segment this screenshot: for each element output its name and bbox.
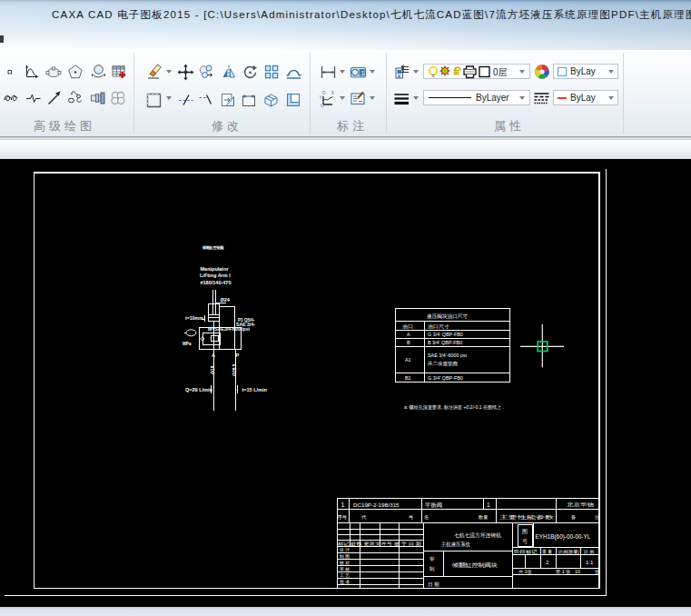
svg-text:1:1: 1:1 (586, 560, 594, 565)
svg-text:Manipulator: Manipulator (201, 266, 230, 272)
svg-text:审 核: 审 核 (340, 566, 350, 571)
svg-text:DC19P-2-19B/315: DC19P-2-19B/315 (353, 502, 400, 508)
svg-text:2: 2 (546, 560, 549, 565)
svg-text:#180/140-470: #180/140-470 (201, 280, 232, 285)
svg-text:张: 张 (595, 569, 600, 575)
svg-text:SAE 3/4'-6000 psi: SAE 3/4'-6000 psi (428, 353, 467, 358)
svg-text:共 1张: 共 1张 (518, 569, 533, 575)
svg-text:号: 号 (409, 514, 413, 520)
svg-text:1: 1 (487, 502, 490, 508)
svg-text:G 3/4' QBP-FB0: G 3/4' QBP-FB0 (428, 375, 463, 381)
svg-text:M=SAE3/4-6000psi: M=SAE3/4-6000psi (208, 326, 251, 332)
svg-text:B1: B1 (405, 375, 411, 381)
svg-text:LiFting Arm I: LiFting Arm I (200, 273, 231, 278)
svg-text:A: A (212, 353, 215, 358)
svg-text:主机液压系统: 主机液压系统 (441, 541, 470, 548)
svg-text:共二块需垫圈: 共二块需垫圈 (428, 361, 458, 367)
svg-text:重 量: 重 量 (542, 549, 552, 554)
svg-text:代: 代 (361, 514, 367, 520)
svg-text:备: 备 (571, 514, 576, 521)
svg-text:油口: 油口 (402, 323, 413, 330)
svg-text:P: P (236, 353, 240, 358)
svg-text:Q=29 L/min: Q=29 L/min (185, 387, 212, 392)
svg-text:Ø24: Ø24 (221, 297, 231, 303)
svg-text:MPa: MPa (183, 342, 192, 346)
svg-text:序号: 序号 (337, 514, 347, 520)
svg-text:A: A (407, 332, 410, 337)
svg-text:制: 制 (429, 566, 435, 571)
svg-text:日 期: 日 期 (428, 581, 439, 588)
svg-text:t=10mm: t=10mm (185, 315, 203, 321)
svg-text:审: 审 (429, 556, 435, 561)
svg-text:号: 号 (522, 539, 528, 544)
svg-text:1: 1 (341, 502, 345, 508)
svg-text:10: 10 (575, 569, 580, 574)
svg-text:B 3/4' QBP-FB0: B 3/4' QBP-FB0 (428, 340, 462, 345)
svg-text:北京华德: 北京华德 (566, 502, 596, 508)
svg-text:倾翻缸控制阀块: 倾翻缸控制阀块 (451, 561, 498, 569)
svg-text:油口尺寸: 油口尺寸 (428, 323, 450, 330)
svg-text:阶段标记: 阶段标记 (514, 549, 538, 555)
svg-text:第 1 张: 第 1 张 (555, 569, 571, 575)
svg-text:液压阀块油口尺寸: 液压阀块油口尺寸 (427, 313, 468, 320)
svg-text:G 3/4' QBP-FB0: G 3/4' QBP-FB0 (428, 332, 463, 337)
svg-text:a: 螺纹孔深度要求, 标注误差 +0.2/-0.1 在图纸: a: 螺纹孔深度要求, 标注误差 +0.2/-0.1 在图纸上 . (404, 404, 504, 411)
svg-text:倾翻缸控制阀: 倾翻缸控制阀 (202, 245, 223, 251)
svg-text:校 对: 校 对 (339, 561, 350, 565)
svg-text:A1: A1 (405, 357, 411, 363)
svg-text:Ø18: Ø18 (210, 365, 215, 374)
svg-text:Ø28.5: Ø28.5 (232, 363, 237, 376)
svg-text:EYH1B(60)-00-00-YL: EYH1B(60)-00-00-YL (536, 533, 591, 541)
svg-text:名: 名 (423, 514, 429, 521)
svg-text:主要性能参数: 主要性能参数 (499, 514, 556, 521)
svg-text:工 艺: 工 艺 (340, 572, 350, 578)
svg-text:数量: 数量 (479, 514, 488, 520)
svg-text:注: 注 (595, 514, 599, 520)
svg-text:t=15 L/min: t=15 L/min (242, 387, 268, 392)
svg-text:B: B (407, 340, 410, 345)
svg-text:设 计: 设 计 (339, 547, 350, 552)
svg-text:平衡阀: 平衡阀 (425, 502, 442, 509)
svg-text:图: 图 (522, 529, 528, 535)
svg-text:七机七流方坯连铸机: 七机七流方坯连铸机 (454, 532, 501, 539)
svg-text:标记 处数 更改文件号 签 字 日 期: 标记 处数 更改文件号 签 字 日 期 (337, 541, 422, 547)
